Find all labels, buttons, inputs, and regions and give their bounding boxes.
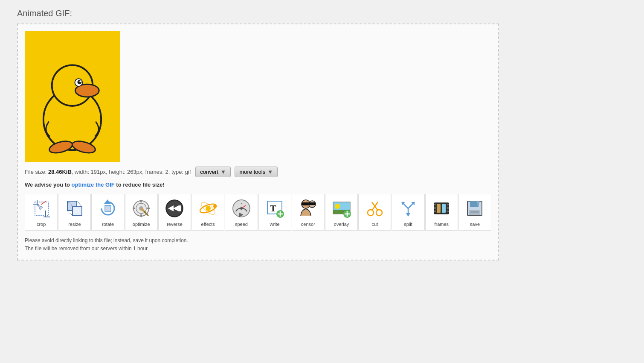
svg-rect-25 [140, 200, 142, 202]
svg-rect-76 [447, 204, 449, 205]
tool-frames[interactable]: frames [425, 194, 458, 231]
notice-line1: Please avoid directly linking to this fi… [25, 237, 491, 245]
svg-point-58 [335, 204, 340, 209]
svg-point-4 [77, 80, 81, 84]
frames-icon [430, 197, 453, 220]
crop-icon [30, 197, 53, 220]
save-icon [463, 197, 486, 220]
svg-marker-13 [38, 205, 43, 210]
tool-crop[interactable]: crop [25, 194, 58, 231]
cut-label: cut [371, 222, 378, 227]
optimize-icon [130, 197, 153, 220]
svg-rect-26 [140, 214, 142, 217]
svg-text:T: T [270, 203, 276, 214]
svg-rect-80 [442, 204, 446, 213]
overlay-icon [330, 197, 353, 220]
svg-rect-16 [73, 206, 82, 216]
cut-icon [363, 197, 386, 220]
svg-rect-84 [469, 210, 480, 215]
rotate-icon [96, 197, 119, 220]
svg-point-45 [240, 207, 243, 210]
reverse-icon [163, 197, 186, 220]
svg-point-38 [206, 206, 211, 211]
overlay-label: overlay [334, 222, 349, 227]
frames-label: frames [434, 222, 449, 227]
svg-rect-35 [179, 205, 181, 211]
page-title: Animated GIF: [17, 9, 627, 18]
write-icon: T [263, 197, 286, 220]
svg-marker-20 [104, 199, 111, 204]
notice-text: Please avoid directly linking to this fi… [25, 237, 491, 253]
svg-line-18 [77, 201, 82, 206]
file-size: 28.46KiB [48, 169, 72, 175]
svg-rect-21 [105, 205, 111, 211]
tools-row: crop resize [25, 194, 491, 231]
page-container: Animated GIF: [0, 0, 644, 269]
resize-icon [63, 197, 86, 220]
svg-rect-74 [434, 207, 436, 209]
speed-label: speed [235, 222, 248, 227]
tool-censor[interactable]: censor [292, 194, 325, 231]
tool-speed[interactable]: speed [225, 194, 258, 231]
more-tools-arrow-icon: ▼ [267, 169, 273, 175]
svg-rect-75 [434, 211, 436, 212]
reverse-label: reverse [167, 222, 183, 227]
tool-rotate[interactable]: rotate [91, 194, 124, 231]
optimize-label: optimize [133, 222, 150, 227]
speed-icon [230, 197, 253, 220]
split-icon [397, 197, 420, 220]
svg-rect-73 [434, 204, 436, 205]
svg-rect-28 [147, 208, 150, 209]
svg-rect-77 [447, 207, 449, 209]
convert-label: convert [200, 169, 218, 175]
tool-optimize[interactable]: optimize [125, 194, 158, 231]
advise-text: We advise you to optimize the GIF to red… [25, 182, 491, 188]
convert-button[interactable]: convert ▼ [195, 167, 231, 177]
tool-overlay[interactable]: overlay [325, 194, 358, 231]
resize-label: resize [68, 222, 81, 227]
svg-point-5 [79, 80, 81, 82]
svg-point-39 [213, 205, 217, 208]
tool-write[interactable]: T write [258, 194, 291, 231]
svg-point-62 [368, 210, 374, 216]
gif-preview [25, 31, 120, 162]
split-label: split [404, 222, 412, 227]
svg-rect-72 [434, 203, 449, 214]
more-tools-label: more tools [239, 169, 265, 175]
tool-resize[interactable]: resize [58, 194, 91, 231]
rotate-label: rotate [102, 222, 114, 227]
main-box: File size: 28.46KiB, width: 191px, heigh… [17, 23, 499, 261]
tool-effects[interactable]: effects [191, 194, 224, 231]
svg-point-63 [376, 210, 382, 216]
svg-rect-79 [437, 204, 441, 213]
censor-label: censor [301, 222, 315, 227]
svg-line-19 [67, 211, 73, 216]
convert-arrow-icon: ▼ [220, 169, 226, 175]
more-tools-button[interactable]: more tools ▼ [235, 167, 278, 177]
write-label: write [270, 222, 280, 227]
advise-prefix: We advise you to [25, 182, 72, 188]
censor-icon [296, 197, 319, 220]
svg-marker-71 [406, 213, 410, 217]
file-info-rest: , width: 191px, height: 263px, frames: 2… [72, 169, 191, 175]
crop-label: crop [37, 222, 46, 227]
optimize-link[interactable]: optimize the GIF [72, 182, 115, 188]
effects-icon [197, 197, 220, 220]
tool-cut[interactable]: cut [358, 194, 391, 231]
advise-suffix: to reduce file size! [115, 182, 165, 188]
effects-label: effects [201, 222, 215, 227]
file-info: File size: 28.46KiB, width: 191px, heigh… [25, 167, 491, 177]
tool-save[interactable]: save [458, 194, 491, 231]
tool-split[interactable]: split [392, 194, 424, 231]
save-label: save [470, 222, 480, 227]
svg-rect-55 [309, 202, 316, 205]
tool-reverse[interactable]: reverse [158, 194, 191, 231]
svg-rect-83 [477, 201, 479, 205]
duck-image [32, 41, 113, 153]
file-info-label: File size: [25, 169, 48, 175]
svg-rect-27 [133, 208, 135, 209]
svg-rect-78 [447, 211, 449, 212]
notice-line2: The file will be removed from our server… [25, 245, 491, 253]
